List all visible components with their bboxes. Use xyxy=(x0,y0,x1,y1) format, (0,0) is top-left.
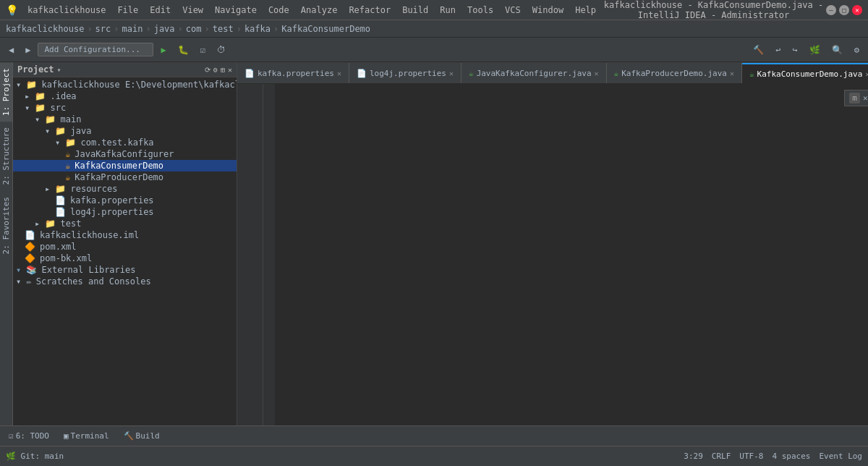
event-log[interactable]: Event Log xyxy=(819,452,862,461)
line-numbers xyxy=(237,84,263,425)
tree-item[interactable]: 🔶pom-bk.xml xyxy=(13,253,237,264)
run-config-dropdown[interactable]: Add Configuration... xyxy=(38,43,153,56)
terminal-label: Terminal xyxy=(71,431,109,441)
breadcrumb-item[interactable]: src xyxy=(95,24,111,34)
tab-close-icon[interactable]: ✕ xyxy=(595,69,599,77)
tab-close-icon[interactable]: ✕ xyxy=(337,69,341,77)
breadcrumb-item[interactable]: java xyxy=(154,24,175,34)
breadcrumb-item[interactable]: main xyxy=(122,24,143,34)
breadcrumb-item[interactable]: kafka xyxy=(244,24,271,34)
run-button[interactable]: ▶ xyxy=(156,43,170,57)
menu-vcs[interactable]: VCS xyxy=(500,4,526,17)
tab-icon: ☕ xyxy=(614,69,619,78)
minimize-button[interactable]: — xyxy=(826,5,836,15)
popup-close-icon[interactable]: ✕ xyxy=(863,93,868,103)
tab-kafka-properties[interactable]: 📄 kafka.properties ✕ xyxy=(237,63,349,83)
tree-item[interactable]: ☕KafkaConsumerDemo xyxy=(13,160,237,171)
menu-tools[interactable]: Tools xyxy=(462,4,498,17)
build-project-button[interactable]: 🔨 xyxy=(749,43,768,57)
project-tool-gear[interactable]: ⚙ xyxy=(213,66,218,74)
tab-log4j-properties[interactable]: 📄 log4j.properties ✕ xyxy=(349,63,461,83)
breadcrumb-item[interactable]: kafkaclickhouse xyxy=(6,24,84,34)
tab-close-icon[interactable]: ✕ xyxy=(730,69,734,77)
redo-button[interactable]: ↪ xyxy=(788,43,802,57)
tree-item[interactable]: ▾ 📚External Libraries xyxy=(13,264,237,276)
breadcrumb-sep: › xyxy=(87,24,92,34)
code-editor[interactable]: m ✕ xyxy=(237,84,868,425)
tree-item[interactable]: 📄log4j.properties xyxy=(13,206,237,218)
structure-tab[interactable]: 2: Structure xyxy=(0,122,12,190)
indent[interactable]: 4 spaces xyxy=(772,452,810,461)
toolbar-forward-btn[interactable]: ▶ xyxy=(21,43,35,57)
project-tab[interactable]: 1: Project xyxy=(0,62,12,122)
vcs-button[interactable]: 🌿 xyxy=(805,43,825,57)
tree-item[interactable]: ▸ 📁.idea xyxy=(13,90,237,102)
tree-item[interactable]: ☕KafkaProducerDemo xyxy=(13,171,237,183)
undo-button[interactable]: ↩ xyxy=(771,43,785,57)
tree-item[interactable]: ▾ 📁src xyxy=(13,102,237,114)
menu-app[interactable]: kafkaclickhouse xyxy=(22,4,111,17)
profile-button[interactable]: ⏱ xyxy=(213,43,230,57)
menu-navigate[interactable]: Navigate xyxy=(210,4,262,17)
tab-close-icon[interactable]: ✕ xyxy=(449,69,454,77)
tree-item[interactable]: 📄kafkaclickhouse.iml xyxy=(13,229,237,241)
project-tool-close[interactable]: ✕ xyxy=(228,66,232,74)
settings-button[interactable]: ⚙ xyxy=(850,43,864,57)
breadcrumb-item[interactable]: KafkaConsumerDemo xyxy=(281,24,370,34)
tree-item[interactable]: ▸ 📁resources xyxy=(13,183,237,195)
tree-item[interactable]: ▾ 📁main xyxy=(13,114,237,125)
menu-run[interactable]: Run xyxy=(435,4,461,17)
menu-analyze[interactable]: Analyze xyxy=(296,4,343,17)
tab-java-kafka-configurer[interactable]: ☕ JavaKafkaConfigurer.java ✕ xyxy=(461,63,607,83)
editor-area: 📄 kafka.properties ✕ 📄 log4j.properties … xyxy=(237,62,868,425)
menu-view[interactable]: View xyxy=(177,4,208,17)
tree-item[interactable]: ▸ 📁test xyxy=(13,218,237,229)
code-content[interactable] xyxy=(275,84,868,425)
tree-item[interactable]: 📄kafka.properties xyxy=(13,195,237,206)
toolbar: ◀ ▶ Add Configuration... ▶ 🐛 ☑ ⏱ 🔨 ↩ ↪ 🌿… xyxy=(0,38,868,62)
tab-icon: 📄 xyxy=(244,69,255,78)
editor-completion-popup: m ✕ xyxy=(844,90,868,106)
menu-file[interactable]: File xyxy=(112,4,143,17)
menu-code[interactable]: Code xyxy=(263,4,294,17)
breadcrumb-item[interactable]: test xyxy=(213,24,234,34)
tree-item[interactable]: ▾ ✏️Scratches and Consoles xyxy=(13,276,237,287)
tree-item[interactable]: 🔶pom.xml xyxy=(13,241,237,253)
search-everywhere-button[interactable]: 🔍 xyxy=(827,43,847,57)
tab-icon: ☕ xyxy=(469,69,474,78)
tab-close-icon[interactable]: ✕ xyxy=(865,70,868,78)
menu-edit[interactable]: Edit xyxy=(145,4,176,17)
tab-kafka-producer-demo[interactable]: ☕ KafkaProducerDemo.java ✕ xyxy=(607,63,742,83)
project-tool-expand[interactable]: ⊞ xyxy=(221,66,225,74)
breadcrumb-sep: › xyxy=(273,24,278,34)
menu-refactor[interactable]: Refactor xyxy=(344,4,396,17)
project-dropdown-icon[interactable]: ▾ xyxy=(57,66,61,74)
vcs-status[interactable]: 🌿 Git: main xyxy=(6,452,64,461)
todo-tab[interactable]: ☑ 6: TODO xyxy=(4,429,54,443)
line-separator[interactable]: CRLF xyxy=(712,452,731,461)
menu-build[interactable]: Build xyxy=(397,4,433,17)
tree-item[interactable]: ▾ 📁com.test.kafka xyxy=(13,137,237,148)
tree-item[interactable]: ☕JavaKafkaConfigurer xyxy=(13,148,237,160)
project-tool-sync[interactable]: ⟳ xyxy=(205,66,210,74)
menu-window[interactable]: Window xyxy=(527,4,569,17)
breadcrumb-item[interactable]: com xyxy=(186,24,202,34)
breadcrumb-sep: › xyxy=(145,24,150,34)
favorites-tab-left[interactable]: 2: Favorites xyxy=(0,191,12,260)
tree-item[interactable]: ▾ 📁kafkaclickhouse E:\Development\kafkac… xyxy=(13,79,237,90)
breadcrumb-sep: › xyxy=(114,24,119,34)
coverage-button[interactable]: ☑ xyxy=(196,43,210,57)
build-tab[interactable]: 🔨 Build xyxy=(119,429,164,443)
toolbar-back-btn[interactable]: ◀ xyxy=(4,43,18,57)
maximize-button[interactable]: □ xyxy=(839,5,849,15)
terminal-tab[interactable]: ▣ Terminal xyxy=(59,429,114,443)
tree-item[interactable]: ▾ 📁java xyxy=(13,125,237,137)
tab-kafka-consumer-demo[interactable]: ☕ KafkaConsumerDemo.java ✕ xyxy=(742,63,868,83)
left-panel-tabs: 1: Project 2: Structure 2: Favorites xyxy=(0,62,13,425)
cursor-position[interactable]: 3:29 xyxy=(684,452,703,461)
debug-button[interactable]: 🐛 xyxy=(174,43,193,57)
editor-tabs-bar: 📄 kafka.properties ✕ 📄 log4j.properties … xyxy=(237,62,868,84)
close-button[interactable]: ✕ xyxy=(852,5,862,15)
encoding[interactable]: UTF-8 xyxy=(739,452,763,461)
menu-help[interactable]: Help xyxy=(570,4,601,17)
